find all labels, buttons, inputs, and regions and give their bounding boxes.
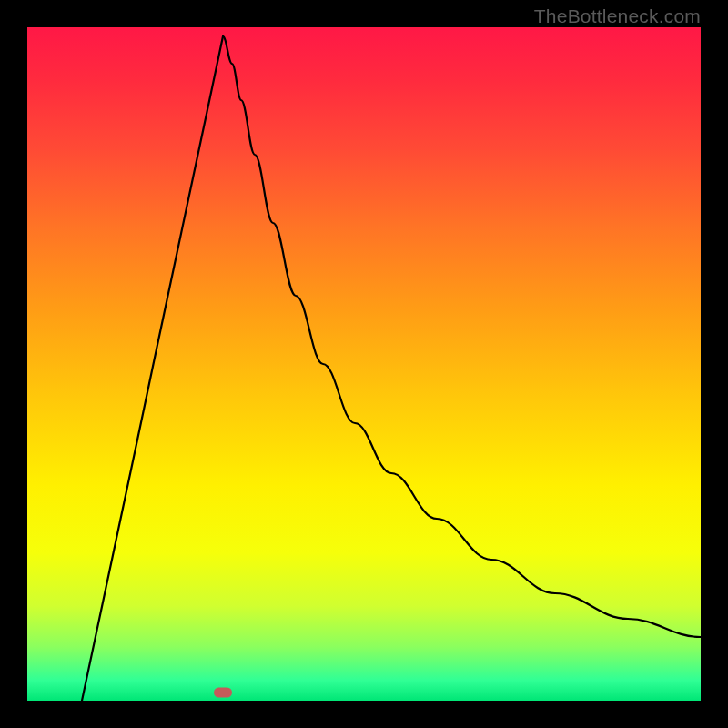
- minimum-marker: [214, 688, 232, 698]
- bottleneck-curve: [27, 27, 701, 701]
- plot-area: [27, 27, 701, 701]
- watermark-text: TheBottleneck.com: [534, 5, 701, 27]
- chart-frame: TheBottleneck.com: [0, 0, 728, 728]
